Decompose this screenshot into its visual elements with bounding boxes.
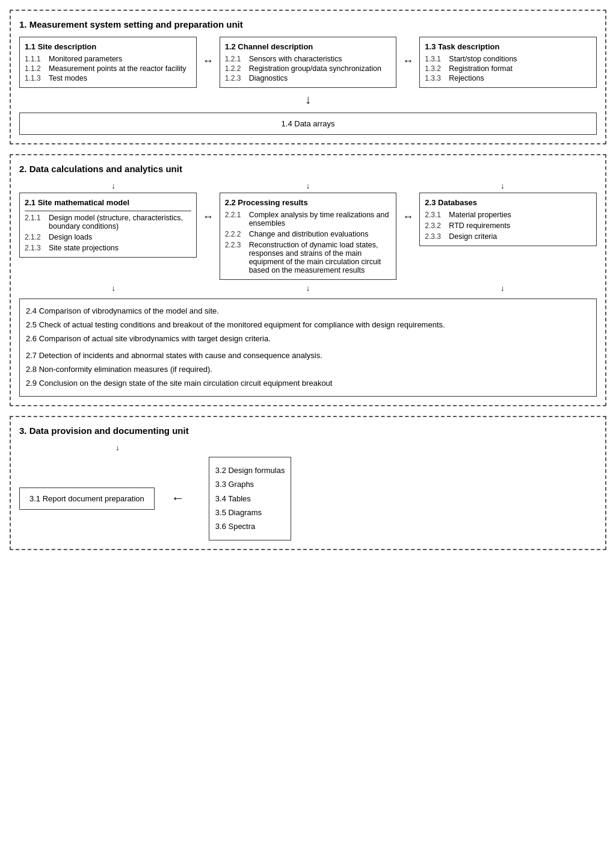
- item-1-2-2-num: 1.2.2: [225, 64, 247, 73]
- right-item-3: 3.4 Tables: [215, 492, 285, 506]
- sub2-3-title: 2.3 Databases: [425, 198, 591, 207]
- sub2-1-title: 2.1 Site mathematical model: [25, 198, 191, 207]
- section3-inner: 3.1 Report document preparation ← 3.2 De…: [19, 457, 597, 540]
- analysis-line5: 2.8 Non-conformity elimination measures …: [26, 364, 590, 376]
- analysis-line6: 2.9 Conclusion on the design state of th…: [26, 377, 590, 390]
- item-1-2-3-text: Diagnostics: [249, 74, 392, 82]
- item-2-3-2-text: RTD requirements: [449, 221, 591, 230]
- item-1-2-1-text: Sensors with characteristics: [249, 55, 392, 63]
- item-1-1-1-text: Monitored parameters: [49, 55, 191, 63]
- arrow-right-to-report: ←: [171, 491, 185, 506]
- item-1-3-1-num: 1.3.1: [425, 55, 446, 63]
- section3-right-items: 3.2 Design formulas 3.3 Graphs 3.4 Table…: [209, 457, 292, 540]
- item-1-1-3-num: 1.1.3: [25, 74, 46, 82]
- item-1-2-3-num: 1.2.3: [225, 74, 247, 82]
- arrow-2-2-to-2-3: ↔: [402, 193, 413, 223]
- section2: 2. Data calculations and analytics unit …: [10, 154, 606, 406]
- sub-section-1-3: 1.3 Task description 1.3.1 Start/stop co…: [419, 37, 597, 88]
- item-2-2-3-text: Reconstruction of dynamic load states, r…: [249, 241, 392, 274]
- right-item-1: 3.2 Design formulas: [215, 463, 285, 477]
- item-2-1-1-text: Design model (structure, characteristics…: [49, 214, 191, 231]
- sub2-3-box: 2.3 Databases 2.3.1 Material properties …: [419, 193, 597, 246]
- data-arrays-box: 1.4 Data arrays: [19, 113, 597, 135]
- item-1-1-2-text: Measurement points at the reactor facili…: [49, 64, 191, 73]
- section3: 3. Data provision and documenting unit ↓…: [10, 416, 606, 550]
- section2-bottom-arrows-row: ↓ ↓ ↓: [19, 283, 597, 292]
- sub2-2-title: 2.2 Processing results: [225, 198, 392, 207]
- arrow-into-2-3: ↓: [408, 181, 597, 190]
- sub1-2-items: 1.2.1 Sensors with characteristics 1.2.2…: [225, 55, 392, 82]
- item-1-2-2-text: Registration group/data synchronization: [249, 64, 392, 73]
- data-arrays-label: 1.4 Data arrays: [282, 119, 335, 128]
- analysis-line3: 2.6 Comparison of actual site vibrodynam…: [26, 333, 590, 345]
- item-1-3-3-num: 1.3.3: [425, 74, 446, 82]
- sub1-2-title: 1.2 Channel description: [225, 42, 392, 51]
- item-2-3-2-num: 2.3.2: [425, 221, 446, 230]
- item-1-2-1-num: 1.2.1: [225, 55, 247, 63]
- item-1-3-3-text: Rejections: [449, 74, 591, 82]
- right-item-2: 3.3 Graphs: [215, 477, 285, 491]
- item-2-2-2-text: Change and distribution evaluations: [249, 230, 392, 238]
- analysis-line2: 2.5 Check of actual testing conditions a…: [26, 319, 590, 332]
- sub1-1-items: 1.1.1 Monitored parameters 1.1.2 Measure…: [25, 55, 191, 82]
- section2-title: 2. Data calculations and analytics unit: [19, 164, 597, 174]
- item-2-2-1-text: Complex analysis by time realizations an…: [249, 211, 392, 228]
- item-1-3-2-text: Registration format: [449, 64, 591, 73]
- arrow-1-2-to-1-3: ↔: [402, 37, 413, 67]
- arrow-from-2-2: ↓: [214, 283, 402, 292]
- analysis-line4: 2.7 Detection of incidents and abnormal …: [26, 350, 590, 362]
- item-2-2-2-num: 2.2.2: [225, 230, 247, 238]
- arrow-into-2-2: ↓: [214, 181, 402, 190]
- sub-section-2-1: 2.1 Site mathematical model 2.1.1 Design…: [19, 193, 197, 258]
- item-2-2-1-num: 2.2.1: [225, 211, 247, 228]
- item-2-1-1-num: 2.1.1: [25, 214, 46, 231]
- sub2-1-box: 2.1 Site mathematical model 2.1.1 Design…: [19, 193, 197, 258]
- item-2-1-2-text: Design loads: [49, 233, 191, 241]
- report-label: 3.1 Report document preparation: [29, 494, 144, 503]
- analysis-line1: 2.4 Comparison of vibrodynamics of the m…: [26, 305, 590, 318]
- arrow-1-1-to-1-2: ↔: [203, 37, 214, 67]
- sub2-3-items: 2.3.1 Material properties 2.3.2 RTD requ…: [425, 211, 591, 241]
- item-2-3-3-num: 2.3.3: [425, 232, 446, 241]
- sub1-3-title: 1.3 Task description: [425, 42, 591, 51]
- arrow-into-2-1: ↓: [19, 181, 208, 190]
- item-1-1-3-text: Test modes: [49, 74, 191, 82]
- arrow-to-data-arrays: ↓: [19, 93, 597, 107]
- sub-section-1-2: 1.2 Channel description 1.2.1 Sensors wi…: [220, 37, 397, 88]
- arrow-2-1-to-2-2: ↔: [203, 193, 214, 223]
- sub1-3-items: 1.3.1 Start/stop conditions 1.3.2 Regist…: [425, 55, 591, 82]
- item-2-2-3-num: 2.2.3: [225, 241, 247, 274]
- sub-section-2-2: 2.2 Processing results 2.2.1 Complex ana…: [220, 193, 397, 280]
- analysis-box: 2.4 Comparison of vibrodynamics of the m…: [19, 299, 597, 397]
- item-2-1-2-num: 2.1.2: [25, 233, 46, 241]
- sub2-1-items: 2.1.1 Design model (structure, character…: [25, 214, 191, 252]
- item-2-3-1-text: Material properties: [449, 211, 591, 219]
- section3-left: 3.1 Report document preparation: [19, 488, 155, 510]
- sub-section-2-3: 2.3 Databases 2.3.1 Material properties …: [419, 193, 597, 246]
- item-1-3-2-num: 1.3.2: [425, 64, 446, 73]
- item-1-1-2-num: 1.1.2: [25, 64, 46, 73]
- item-1-3-1-text: Start/stop conditions: [449, 55, 591, 63]
- item-2-1-3-text: Site state projections: [49, 244, 191, 252]
- report-box: 3.1 Report document preparation: [19, 488, 155, 510]
- item-1-1-1-num: 1.1.1: [25, 55, 46, 63]
- item-2-3-1-num: 2.3.1: [425, 211, 446, 219]
- sub2-2-items: 2.2.1 Complex analysis by time realizati…: [225, 211, 392, 274]
- site-model-inner: 2.1.1 Design model (structure, character…: [25, 211, 191, 252]
- sub-section-1-1: 1.1 Site description 1.1.1 Monitored par…: [19, 37, 197, 88]
- section2-top-arrows-row: ↓ ↓ ↓: [19, 181, 597, 190]
- section1-title: 1. Measurement system setting and prepar…: [19, 19, 597, 29]
- item-2-1-3-num: 2.1.3: [25, 244, 46, 252]
- arrow-from-2-3: ↓: [408, 283, 597, 292]
- section3-title: 3. Data provision and documenting unit: [19, 426, 597, 436]
- right-item-5: 3.6 Spectra: [215, 519, 285, 533]
- sub2-2-box: 2.2 Processing results 2.2.1 Complex ana…: [220, 193, 397, 280]
- section2-row: 2.1 Site mathematical model 2.1.1 Design…: [19, 193, 597, 280]
- item-2-3-3-text: Design criteria: [449, 232, 591, 241]
- arrow-from-2-1: ↓: [19, 283, 208, 292]
- section1-row: 1.1 Site description 1.1.1 Monitored par…: [19, 37, 597, 88]
- arrow-section2-to-section3: ↓: [116, 443, 597, 452]
- section1: 1. Measurement system setting and prepar…: [10, 10, 606, 144]
- right-item-4: 3.5 Diagrams: [215, 506, 285, 519]
- sub1-1-title: 1.1 Site description: [25, 42, 191, 51]
